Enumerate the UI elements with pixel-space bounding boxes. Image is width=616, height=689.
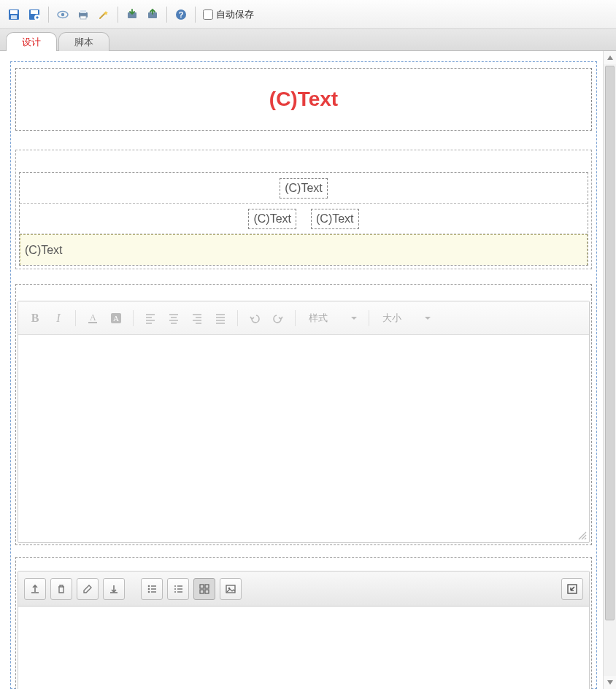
svg-point-20: [148, 588, 150, 590]
collapse-button[interactable]: [561, 578, 583, 600]
rte-wrapper[interactable]: B I A A: [15, 284, 592, 545]
rte-separator: [133, 310, 134, 326]
text-placeholder[interactable]: (C)Text: [311, 209, 359, 229]
svg-point-21: [148, 590, 150, 593]
title-placeholder[interactable]: (C)Text: [15, 68, 592, 131]
toolbar-separator: [48, 7, 49, 23]
fm-toolbar: [18, 571, 589, 607]
italic-button[interactable]: I: [49, 309, 68, 328]
svg-point-7: [61, 12, 64, 15]
align-left-button[interactable]: [141, 309, 160, 328]
toolbar-separator: [166, 7, 167, 23]
text-row-2[interactable]: (C)Text (C)Text: [20, 204, 588, 234]
tab-strip: 设计 脚本: [0, 29, 616, 51]
rte-body[interactable]: [18, 335, 589, 529]
svg-text:?: ?: [179, 10, 184, 19]
edit-button[interactable]: [77, 578, 99, 600]
svg-rect-24: [200, 590, 204, 593]
preview-button[interactable]: [53, 5, 72, 24]
svg-rect-4: [31, 10, 38, 14]
svg-rect-22: [200, 585, 204, 588]
list-numbered-button[interactable]: [141, 578, 163, 600]
text-row-1[interactable]: (C)Text: [20, 173, 588, 204]
design-canvas-wrap: (C)Text (C)Text (C)Text (C)Text (C)Text: [0, 51, 616, 689]
text-placeholder[interactable]: (C)Text: [248, 209, 296, 229]
scrollbar-thumb[interactable]: [605, 66, 615, 620]
bg-color-button[interactable]: A: [107, 309, 126, 328]
svg-rect-1: [10, 10, 18, 14]
align-center-button[interactable]: [164, 309, 183, 328]
bold-button[interactable]: B: [26, 309, 45, 328]
rich-text-editor[interactable]: B I A A: [18, 301, 590, 543]
toolbar-separator: [195, 7, 196, 23]
svg-rect-2: [11, 15, 17, 19]
app-toolbar: ? 自动保存: [0, 0, 616, 29]
align-justify-button[interactable]: [211, 309, 230, 328]
image-view-button[interactable]: [220, 578, 242, 600]
save-as-button[interactable]: [25, 5, 44, 24]
text-placeholder[interactable]: (C)Text: [25, 244, 63, 257]
svg-rect-16: [88, 322, 97, 323]
text-row-3[interactable]: (C)Text: [20, 234, 588, 265]
toolbar-separator: [118, 7, 118, 23]
rte-separator: [237, 310, 238, 326]
text-rows: (C)Text (C)Text (C)Text (C)Text: [19, 172, 588, 266]
autosave-toggle[interactable]: 自动保存: [203, 8, 254, 21]
svg-rect-25: [205, 590, 209, 593]
align-right-button[interactable]: [188, 309, 207, 328]
resize-grip-icon[interactable]: [577, 531, 588, 541]
tab-script[interactable]: 脚本: [58, 32, 109, 51]
filemanager-wrapper[interactable]: [15, 557, 592, 689]
vertical-scrollbar[interactable]: [603, 51, 616, 689]
redo-button[interactable]: [269, 309, 288, 328]
rte-separator: [295, 310, 296, 326]
svg-rect-23: [205, 585, 209, 588]
rte-separator: [75, 310, 76, 326]
style-select[interactable]: 样式: [303, 308, 361, 328]
save-button[interactable]: [4, 5, 23, 24]
svg-text:A: A: [113, 314, 119, 323]
title-text: (C)Text: [269, 88, 338, 111]
svg-rect-9: [80, 10, 86, 13]
help-button[interactable]: ?: [172, 5, 190, 24]
grid-view-button[interactable]: [193, 578, 215, 600]
export-button[interactable]: [143, 5, 162, 24]
svg-rect-10: [80, 16, 86, 19]
text-placeholder[interactable]: (C)Text: [280, 178, 328, 199]
print-button[interactable]: [74, 5, 93, 24]
scroll-down-button[interactable]: [604, 676, 616, 689]
download-button[interactable]: [103, 578, 125, 600]
text-section[interactable]: (C)Text (C)Text (C)Text (C)Text: [15, 150, 592, 269]
list-button[interactable]: [167, 578, 189, 600]
text-color-button[interactable]: A: [83, 309, 102, 328]
autosave-label: 自动保存: [216, 8, 254, 21]
import-button[interactable]: [123, 5, 142, 24]
undo-button[interactable]: [245, 309, 264, 328]
delete-button[interactable]: [50, 578, 72, 600]
upload-button[interactable]: [24, 578, 46, 600]
design-surface[interactable]: (C)Text (C)Text (C)Text (C)Text (C)Text: [10, 61, 597, 689]
rte-toolbar: B I A A: [18, 301, 589, 335]
wand-button[interactable]: [94, 5, 113, 24]
svg-point-19: [148, 585, 150, 587]
file-manager[interactable]: [18, 571, 590, 689]
scroll-up-button[interactable]: [604, 51, 616, 64]
tab-design[interactable]: 设计: [6, 32, 57, 51]
rte-separator: [369, 310, 369, 326]
svg-text:A: A: [90, 312, 96, 323]
size-select[interactable]: 大小: [377, 308, 435, 328]
autosave-checkbox[interactable]: [203, 9, 213, 20]
